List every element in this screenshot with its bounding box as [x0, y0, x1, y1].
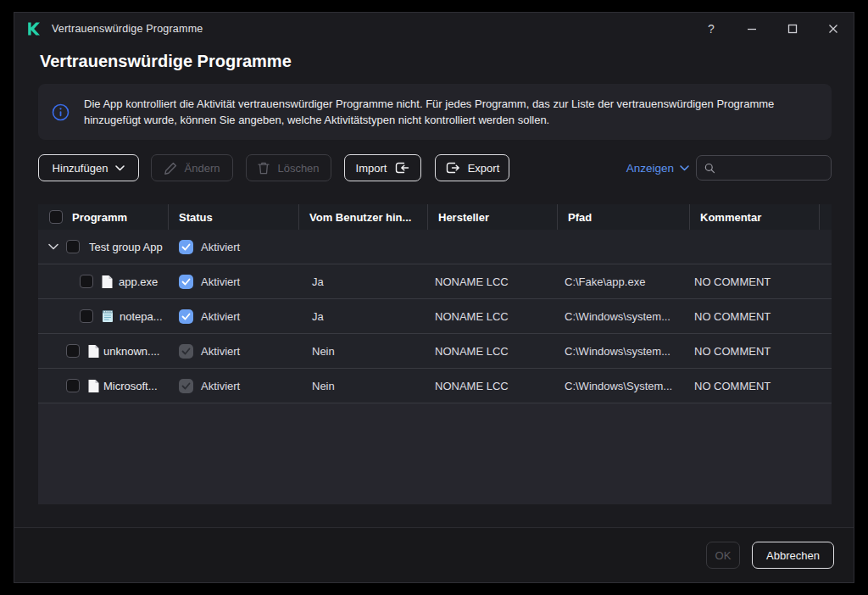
import-button[interactable]: Import: [344, 154, 421, 181]
screen: Vertrauenswürdige Programme ? Vertrauens…: [0, 0, 868, 595]
window-title: Vertrauenswürdige Programme: [52, 23, 203, 35]
delete-button: Löschen: [246, 154, 331, 181]
chevron-down-icon: [115, 165, 125, 171]
vendor-value: NONAME LCC: [427, 334, 557, 368]
vendor-value: NONAME LCC: [427, 264, 557, 298]
header-kommentar[interactable]: Kommentar: [689, 204, 819, 230]
status-checkbox-checked[interactable]: [179, 275, 193, 289]
import-icon: [394, 161, 409, 175]
comment-value: NO COMMENT: [689, 264, 819, 298]
by-user-value: Ja: [298, 264, 427, 298]
export-button[interactable]: Export: [435, 154, 509, 181]
status-label: Aktiviert: [201, 275, 240, 288]
header-hersteller[interactable]: Hersteller: [427, 204, 557, 230]
by-user-value: Nein: [298, 334, 427, 368]
row-checkbox[interactable]: [66, 240, 80, 253]
import-button-label: Import: [356, 162, 387, 175]
row-checkbox[interactable]: [66, 344, 80, 358]
by-user-value: Ja: [298, 299, 427, 333]
titlebar: Vertrauenswürdige Programme ?: [14, 13, 854, 45]
info-banner-text: Die App kontrolliert die Aktivität vertr…: [84, 96, 813, 128]
export-button-label: Export: [468, 162, 500, 175]
window-controls: ?: [691, 13, 854, 45]
search-input[interactable]: [722, 162, 823, 175]
view-dropdown-label: Anzeigen: [626, 162, 674, 175]
notepad-icon: [101, 309, 114, 323]
header-programm[interactable]: Programm: [38, 204, 168, 230]
search-box[interactable]: [696, 155, 832, 181]
vendor-value: NONAME LCC: [427, 369, 557, 403]
maximize-button[interactable]: [772, 13, 813, 45]
pencil-icon: [164, 162, 177, 175]
add-button[interactable]: Hinzufügen: [38, 154, 139, 181]
status-label: Aktiviert: [201, 241, 240, 253]
comment-value: NO COMMENT: [689, 334, 819, 368]
kaspersky-logo-icon: [26, 21, 42, 36]
path-value: C:\Windows\system...: [557, 334, 689, 368]
by-user-value: Nein: [298, 369, 427, 403]
table-row[interactable]: app.exe Aktiviert Ja NONAME LCC C:\Fake\…: [38, 264, 832, 299]
status-label: Aktiviert: [201, 345, 240, 358]
program-name: app.exe: [119, 275, 158, 288]
row-checkbox[interactable]: [80, 309, 93, 323]
ok-button: OK: [706, 542, 740, 569]
search-icon: [704, 162, 715, 175]
table-header-row: Programm Status Vom Benutzer hin... Hers…: [38, 204, 832, 230]
app-window: Vertrauenswürdige Programme ? Vertrauens…: [14, 12, 854, 583]
table-row[interactable]: Microsoft... Aktiviert Nein NONAME LCC C…: [38, 369, 832, 403]
delete-button-label: Löschen: [277, 162, 319, 175]
view-dropdown[interactable]: Anzeigen: [626, 162, 689, 175]
path-value: [557, 230, 689, 264]
trash-icon: [258, 162, 270, 175]
vendor-value: NONAME LCC: [427, 299, 557, 333]
by-user-value: [298, 230, 427, 264]
page-title: Vertrauenswürdige Programme: [40, 52, 292, 71]
toolbar: Hinzufügen Ändern Löschen Import Export …: [38, 154, 832, 181]
programs-table: Programm Status Vom Benutzer hin... Hers…: [38, 204, 832, 504]
add-button-label: Hinzufügen: [53, 162, 108, 175]
comment-value: [689, 230, 819, 264]
export-icon: [445, 161, 460, 175]
path-value: C:\Windows\system...: [557, 299, 689, 333]
minimize-button[interactable]: [732, 13, 772, 45]
program-name: Test group App: [89, 241, 163, 253]
table-row[interactable]: notepa... Aktiviert Ja NONAME LCC C:\Win…: [38, 299, 832, 334]
table-row[interactable]: Test group App Aktiviert: [38, 230, 832, 264]
program-name: notepa...: [120, 310, 163, 323]
status-checkbox-checked-disabled: [179, 379, 193, 393]
comment-value: NO COMMENT: [689, 299, 819, 333]
program-name: unknown....: [103, 345, 160, 358]
file-icon: [101, 275, 114, 289]
table-row[interactable]: unknown.... Aktiviert Nein NONAME LCC C:…: [38, 334, 832, 369]
header-by-user[interactable]: Vom Benutzer hin...: [298, 204, 427, 230]
header-pfad[interactable]: Pfad: [557, 204, 689, 230]
header-spacer: [819, 204, 832, 230]
header-status[interactable]: Status: [168, 204, 298, 230]
close-button[interactable]: [813, 13, 854, 45]
row-checkbox[interactable]: [80, 275, 93, 288]
comment-value: NO COMMENT: [689, 369, 819, 403]
file-icon: [87, 379, 100, 393]
status-checkbox-checked-disabled: [179, 344, 193, 359]
info-banner: Die App kontrolliert die Aktivität vertr…: [38, 84, 832, 140]
vendor-value: [427, 230, 557, 264]
file-icon: [87, 344, 100, 359]
path-value: C:\Fake\app.exe: [557, 264, 689, 298]
row-checkbox[interactable]: [66, 379, 80, 392]
program-name: Microsoft...: [103, 380, 158, 392]
chevron-down-icon: [680, 165, 689, 171]
path-value: C:\Windows\System...: [557, 369, 689, 403]
select-all-checkbox[interactable]: [49, 210, 63, 224]
footer: OK Abbrechen: [14, 527, 854, 582]
edit-button: Ändern: [151, 154, 233, 181]
collapse-chevron-icon[interactable]: [48, 243, 58, 250]
status-checkbox-checked[interactable]: [179, 240, 193, 254]
status-label: Aktiviert: [201, 380, 240, 392]
cancel-button[interactable]: Abbrechen: [752, 542, 834, 569]
status-checkbox-checked[interactable]: [179, 309, 193, 324]
edit-button-label: Ändern: [185, 162, 220, 175]
help-button[interactable]: ?: [691, 13, 732, 45]
status-label: Aktiviert: [201, 310, 240, 323]
info-icon: [52, 103, 70, 121]
